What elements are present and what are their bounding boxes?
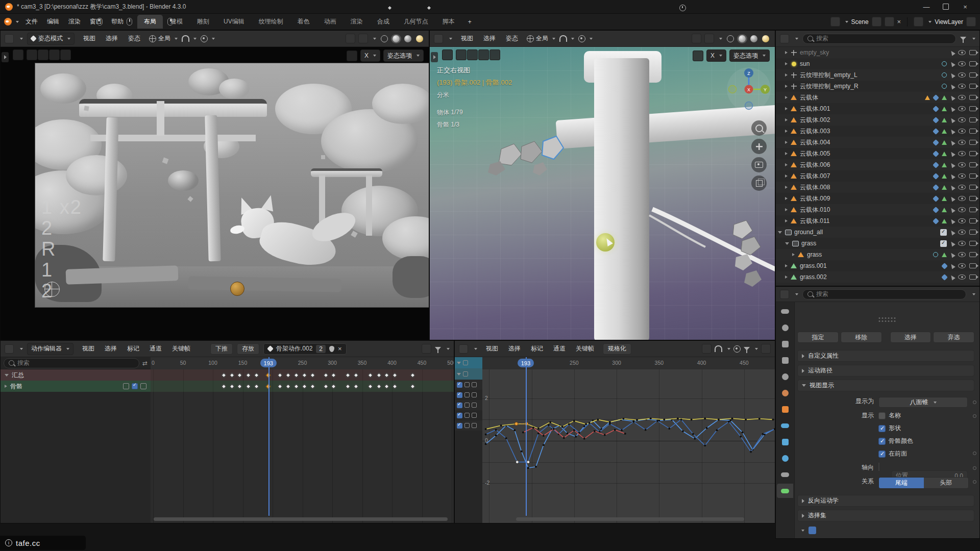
collection-checkbox[interactable] bbox=[940, 240, 947, 247]
curve-keyframe[interactable] bbox=[729, 419, 731, 421]
workspace-tab-4[interactable]: 纹理绘制 bbox=[252, 15, 290, 29]
render-toggle-icon[interactable] bbox=[969, 129, 976, 134]
curve-keyframe[interactable] bbox=[589, 422, 591, 424]
hide-toggle-icon[interactable] bbox=[958, 61, 966, 66]
hide-toggle-icon[interactable] bbox=[958, 230, 966, 235]
normalize-toggle[interactable]: 规格化 bbox=[603, 343, 631, 355]
curve-keyframe[interactable] bbox=[731, 417, 733, 419]
workspace-tab-9[interactable]: 几何节点 bbox=[397, 15, 435, 29]
animate-dot[interactable] bbox=[973, 480, 976, 484]
orientation-dropdown[interactable]: 全局 bbox=[527, 34, 555, 43]
viewport-display-panel[interactable]: 视图显示 bbox=[797, 380, 974, 391]
curve-keyframe-selected[interactable] bbox=[514, 422, 518, 425]
workspace-tab-5[interactable]: 着色 bbox=[291, 15, 316, 29]
expander-icon[interactable] bbox=[5, 374, 9, 377]
render-toggle-icon[interactable] bbox=[969, 218, 976, 223]
outliner-row[interactable]: 云载体.005 bbox=[776, 148, 979, 159]
curve-keyframe[interactable] bbox=[527, 467, 529, 469]
render-toggle-icon[interactable] bbox=[969, 207, 976, 212]
ds-menu-1[interactable]: 选择 bbox=[100, 342, 121, 355]
shading-material[interactable] bbox=[403, 34, 413, 43]
selectable-toggle-icon[interactable] bbox=[949, 151, 955, 157]
curve-keyframe[interactable] bbox=[614, 429, 616, 431]
lock-icon[interactable] bbox=[464, 413, 470, 418]
hide-toggle-icon[interactable] bbox=[958, 252, 966, 257]
menu-1[interactable]: 编辑 bbox=[42, 15, 64, 28]
ghost-toggle-icon[interactable] bbox=[422, 344, 431, 354]
vpr-menu-1[interactable]: 选择 bbox=[479, 32, 500, 45]
curve-keyframe[interactable] bbox=[505, 437, 507, 439]
expander-icon[interactable] bbox=[785, 219, 788, 222]
outliner-row[interactable]: 云载体 bbox=[776, 92, 979, 103]
vpl-menu-1[interactable]: 选择 bbox=[101, 32, 122, 45]
selectable-toggle-icon[interactable] bbox=[949, 263, 955, 269]
hide-toggle-icon[interactable] bbox=[958, 274, 966, 280]
dope-sheet-ruler[interactable]: 050100150250300350400450500 bbox=[151, 357, 454, 370]
mirror-icon[interactable] bbox=[347, 51, 357, 61]
curve-keyframe[interactable] bbox=[668, 428, 670, 430]
curve-keyframe[interactable] bbox=[549, 421, 551, 423]
expander-icon[interactable] bbox=[5, 385, 7, 388]
curve-keyframe[interactable] bbox=[745, 418, 747, 420]
visibility-icon[interactable] bbox=[472, 413, 477, 418]
selectable-toggle-icon[interactable] bbox=[949, 61, 955, 67]
outliner-row[interactable]: grass bbox=[776, 249, 979, 260]
curve-keyframe[interactable] bbox=[537, 428, 540, 430]
bone-colors-checkbox[interactable] bbox=[878, 438, 886, 445]
expander-icon[interactable] bbox=[785, 107, 788, 110]
menu-3[interactable]: 窗口 bbox=[85, 15, 107, 28]
hide-toggle-icon[interactable] bbox=[958, 173, 966, 179]
visibility-icon[interactable] bbox=[472, 403, 477, 408]
curve-keyframe[interactable] bbox=[704, 444, 706, 446]
render-toggle-icon[interactable] bbox=[969, 162, 976, 167]
panel-grip-icon[interactable] bbox=[878, 317, 895, 319]
properties-tab-modifiers[interactable] bbox=[777, 418, 793, 433]
selectable-toggle-icon[interactable] bbox=[949, 240, 955, 246]
outliner-row[interactable]: 云载体.006 bbox=[776, 159, 979, 170]
curve-keyframe[interactable] bbox=[624, 433, 626, 435]
expander-icon[interactable] bbox=[457, 373, 461, 375]
outliner-row[interactable]: ground_all bbox=[776, 227, 979, 238]
pan-button[interactable] bbox=[751, 139, 767, 154]
channel-enable-checkbox[interactable] bbox=[457, 413, 462, 418]
editor-type-icon[interactable] bbox=[434, 34, 443, 43]
channel-enable-checkbox[interactable] bbox=[457, 403, 462, 408]
curve-keyframe[interactable] bbox=[521, 450, 523, 453]
visibility-icon[interactable] bbox=[472, 382, 477, 387]
properties-tab-tool[interactable] bbox=[777, 304, 793, 318]
hide-toggle-icon[interactable] bbox=[958, 196, 966, 201]
motion-paths-panel[interactable]: 运动路径 bbox=[797, 365, 974, 377]
expander-icon[interactable] bbox=[785, 208, 788, 211]
pose-options-dropdown[interactable]: 姿态选项 bbox=[383, 49, 424, 62]
gizmo-y-label[interactable]: Y bbox=[764, 87, 767, 92]
remove-button[interactable]: 移除 bbox=[841, 332, 882, 343]
playhead[interactable] bbox=[268, 357, 270, 516]
selectable-toggle-icon[interactable] bbox=[949, 173, 955, 179]
selectable-toggle-icon[interactable] bbox=[949, 252, 955, 258]
workspace-tab-2[interactable]: 雕刻 bbox=[190, 15, 216, 29]
tool-button[interactable] bbox=[442, 49, 453, 60]
outliner-row[interactable]: 云载体.002 bbox=[776, 114, 979, 126]
playhead[interactable] bbox=[526, 357, 527, 516]
vpl-menu-0[interactable]: 视图 bbox=[79, 32, 100, 45]
workspace-tab-6[interactable]: 动画 bbox=[317, 15, 343, 29]
ge-menu-0[interactable]: 视图 bbox=[481, 342, 503, 355]
zoom-button[interactable] bbox=[751, 120, 767, 136]
deselect-button[interactable]: 弃选 bbox=[933, 332, 974, 343]
tool-button[interactable] bbox=[27, 49, 37, 60]
curve-keyframe[interactable] bbox=[500, 424, 502, 427]
render-toggle-icon[interactable] bbox=[969, 61, 976, 66]
render-toggle-icon[interactable] bbox=[969, 117, 976, 122]
expander-icon[interactable] bbox=[785, 118, 788, 121]
curve-keyframe[interactable] bbox=[677, 417, 679, 419]
animate-dot[interactable] bbox=[973, 414, 976, 418]
lock-icon[interactable] bbox=[140, 383, 146, 389]
outliner-row[interactable]: 云载体.009 bbox=[776, 193, 979, 204]
render-toggle-icon[interactable] bbox=[969, 263, 976, 268]
selectable-toggle-icon[interactable] bbox=[949, 207, 955, 213]
tool-button[interactable] bbox=[60, 49, 71, 60]
ds-menu-4[interactable]: 关键帧 bbox=[167, 342, 195, 355]
graph-channel-row[interactable] bbox=[455, 410, 482, 420]
render-toggle-icon[interactable] bbox=[969, 72, 976, 78]
curve-keyframe[interactable] bbox=[495, 435, 497, 437]
